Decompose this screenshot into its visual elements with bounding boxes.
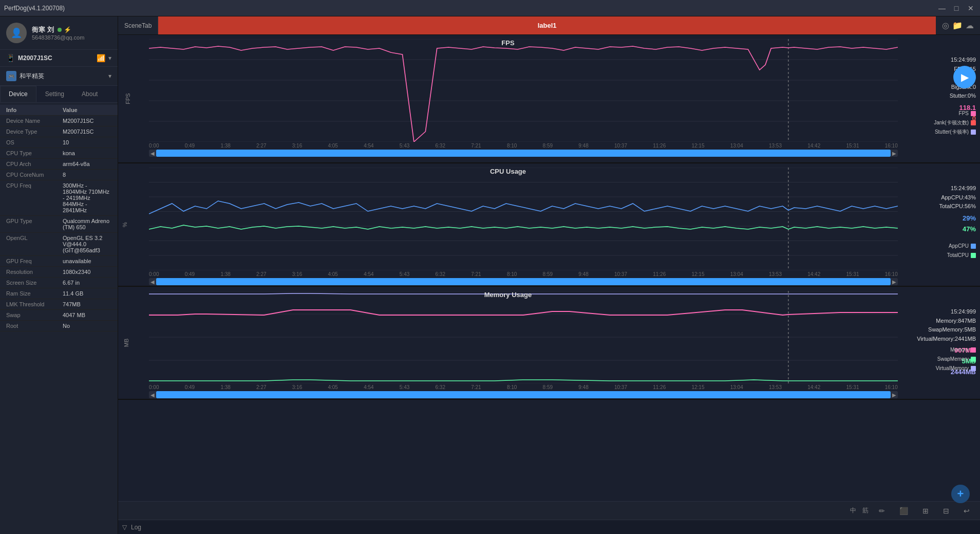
- value-col-header: Value: [63, 107, 111, 113]
- folder-icon[interactable]: 📁: [952, 21, 963, 30]
- memory-chart-title: Memory Usage: [118, 291, 898, 299]
- log-toggle-btn[interactable]: ▽: [122, 524, 127, 531]
- cpu-x-axis: 0:000:491:382:273:164:054:545:436:327:21…: [149, 270, 898, 277]
- edit-icon[interactable]: ✏: [875, 505, 889, 517]
- fps-legend-jank: Jank(卡顿次数): [934, 118, 976, 127]
- user-id: 564838736@qq.com: [32, 34, 111, 41]
- info-value: 4047 MB: [63, 312, 111, 318]
- fps-legend-dot: [971, 111, 976, 116]
- grid-minus-icon[interactable]: ⊟: [939, 505, 953, 517]
- sidebar: 👤 衙寒 刘 ⚡ 564838736@qq.com 📱 M2007J1SC 📶 …: [0, 16, 118, 534]
- memory-value-info: Memory:847MB: [917, 317, 976, 326]
- info-col-header: Info: [6, 107, 63, 113]
- info-label: GPU Type: [6, 218, 63, 230]
- fps-timestamp: 15:24:999: [950, 56, 976, 65]
- jank-legend-dot: [971, 120, 976, 125]
- scene-tab-label: SceneTab: [118, 16, 158, 34]
- cpu-app-info: AppCPU:43%: [939, 193, 976, 202]
- window-controls: — □ ✕: [937, 3, 976, 13]
- info-label: Device Type: [6, 128, 63, 135]
- content-area: SceneTab label1 ◎ 📁 ☁ FPS FPS ▶: [118, 16, 980, 534]
- memory-timestamp: 15:24:999: [917, 307, 976, 317]
- wifi-icon: 📶: [97, 54, 105, 62]
- scroll-left-arrow[interactable]: ◀: [149, 391, 156, 398]
- tab-device[interactable]: Device: [0, 86, 36, 102]
- fps-scrollbar[interactable]: ◀ ▶: [149, 150, 898, 157]
- info-value: M2007J1SC: [63, 128, 111, 135]
- info-value: 8: [63, 172, 111, 178]
- info-value: kona: [63, 150, 111, 156]
- memory-legend: Memory SwapMemory VirtualMemory: [936, 345, 976, 373]
- fps-y-axis-label: FPS: [125, 93, 131, 104]
- info-label: Resolution: [6, 269, 63, 275]
- square-icon[interactable]: ⬛: [895, 505, 912, 517]
- memory-scrollbar[interactable]: ◀ ▶: [149, 391, 898, 398]
- info-table-row: Device NameM2007J1SC: [0, 116, 118, 126]
- fps-legend-stutter: Stutter(卡顿率): [934, 127, 976, 137]
- totalcpu-legend-dot: [971, 253, 976, 258]
- info-value: 10: [63, 139, 111, 145]
- info-table-row: CPU Freq300MHz - 1804MHz 710MHz - 2419MH…: [0, 180, 118, 216]
- device-icon: 📱: [6, 54, 15, 62]
- toolbar-zh[interactable]: 中: [850, 506, 856, 515]
- cpu-timestamp: 15:24:999: [939, 184, 976, 193]
- online-indicator: [58, 28, 62, 32]
- swap-legend-dot: [971, 357, 976, 362]
- undo-icon[interactable]: ↩: [959, 505, 974, 517]
- info-table-row: Swap4047 MB: [0, 310, 118, 321]
- cpu-chart-title: CPU Usage: [118, 168, 898, 175]
- chevron-down-icon[interactable]: ▾: [108, 54, 111, 62]
- minimize-button[interactable]: —: [937, 3, 947, 13]
- scroll-thumb[interactable]: [156, 150, 891, 157]
- close-button[interactable]: ✕: [966, 3, 976, 13]
- scroll-thumb[interactable]: [156, 391, 891, 398]
- info-label: OS: [6, 139, 63, 145]
- tab-setting[interactable]: Setting: [36, 86, 73, 102]
- memory-legend-mem: Memory: [936, 345, 976, 355]
- info-value: 11.4 GB: [63, 290, 111, 297]
- memory-chart-svg: 1,000 750 500 250 0: [149, 291, 898, 383]
- info-label: Device Name: [6, 118, 63, 124]
- info-label: Screen Size: [6, 280, 63, 286]
- avatar: 👤: [6, 23, 27, 43]
- info-table-row: CPU Typekona: [0, 148, 118, 159]
- cloud-icon[interactable]: ☁: [966, 21, 974, 30]
- info-label: CPU Arch: [6, 161, 63, 167]
- memory-swap-info: SwapMemory:5MB: [917, 325, 976, 335]
- memory-x-axis: 0:000:491:382:273:164:054:545:436:327:21…: [149, 383, 898, 390]
- cpu-legend: AppCPU TotalCPU: [947, 242, 976, 260]
- device-selector[interactable]: 📱 M2007J1SC 📶 ▾: [0, 50, 118, 67]
- scroll-left-arrow[interactable]: ◀: [149, 150, 156, 157]
- info-label: LMK Threshold: [6, 301, 63, 307]
- cpu-legend-total: TotalCPU: [947, 251, 976, 260]
- fab-add-button[interactable]: +: [951, 485, 970, 503]
- tab-about[interactable]: About: [73, 86, 106, 102]
- maximize-button[interactable]: □: [951, 3, 962, 13]
- fps-x-axis: 0:000:491:382:273:164:054:545:436:327:21…: [149, 142, 898, 149]
- info-label: Ram Size: [6, 290, 63, 297]
- memory-y-axis-label: MB: [123, 339, 129, 347]
- play-button[interactable]: ▶: [953, 66, 976, 88]
- info-table-row: CPU Archarm64-v8a: [0, 159, 118, 170]
- scroll-right-arrow[interactable]: ▶: [891, 391, 898, 398]
- info-table: Info Value Device NameM2007J1SCDevice Ty…: [0, 103, 118, 534]
- info-table-header: Info Value: [0, 105, 118, 116]
- info-table-row: Device TypeM2007J1SC: [0, 126, 118, 137]
- cpu-scrollbar[interactable]: ◀ ▶: [149, 278, 898, 285]
- info-table-row: OS10: [0, 137, 118, 148]
- toolbar-muscle[interactable]: 筋: [862, 506, 869, 515]
- memory-chart-panel: Memory Usage MB 1,: [118, 287, 980, 400]
- fps-chart-title: FPS: [118, 39, 898, 47]
- scroll-right-arrow[interactable]: ▶: [891, 150, 898, 157]
- info-label: Root: [6, 323, 63, 329]
- game-name: 和平精英: [20, 72, 105, 81]
- info-value: 6.67 in: [63, 280, 111, 286]
- grid-plus-icon[interactable]: ⊞: [918, 505, 933, 517]
- scroll-thumb[interactable]: [156, 278, 891, 285]
- game-selector[interactable]: 🎮 和平精英 ▾: [0, 67, 118, 86]
- memory-virtual-info: VirtualMemory:2441MB: [917, 335, 976, 344]
- scroll-left-arrow[interactable]: ◀: [149, 278, 156, 285]
- location-icon[interactable]: ◎: [942, 21, 949, 30]
- scroll-right-arrow[interactable]: ▶: [891, 278, 898, 285]
- chevron-down-icon-game[interactable]: ▾: [108, 72, 111, 80]
